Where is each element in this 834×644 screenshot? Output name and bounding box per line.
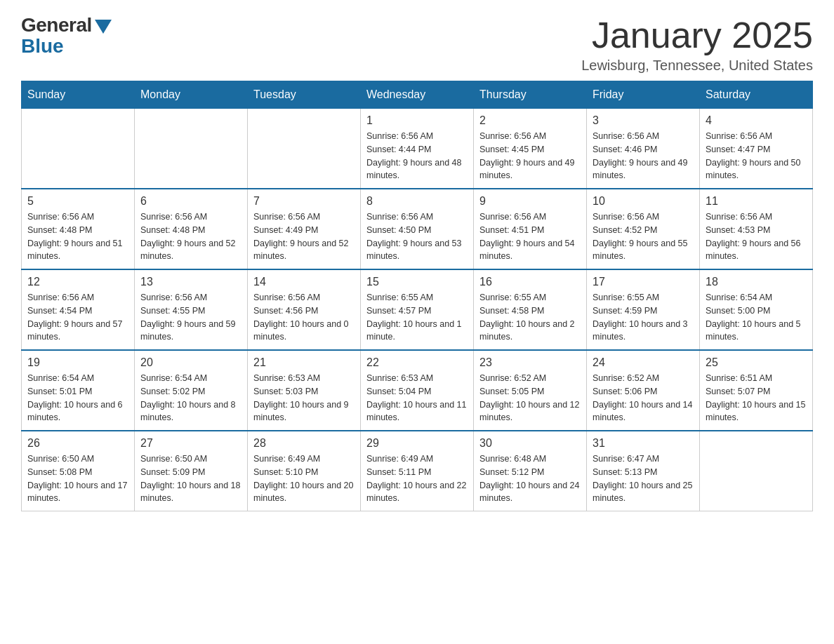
calendar-cell: 15Sunrise: 6:55 AMSunset: 4:57 PMDayligh… [361, 269, 474, 350]
day-info: Sunrise: 6:54 AMSunset: 5:01 PMDaylight:… [27, 372, 128, 424]
calendar-cell: 13Sunrise: 6:56 AMSunset: 4:55 PMDayligh… [135, 269, 248, 350]
day-info: Sunrise: 6:56 AMSunset: 4:53 PMDaylight:… [706, 210, 807, 263]
day-number: 15 [366, 276, 468, 288]
month-title: January 2025 [581, 14, 813, 56]
day-number: 11 [706, 195, 807, 208]
day-info: Sunrise: 6:56 AMSunset: 4:52 PMDaylight:… [593, 210, 694, 263]
calendar-cell: 25Sunrise: 6:51 AMSunset: 5:07 PMDayligh… [700, 350, 813, 431]
day-info: Sunrise: 6:56 AMSunset: 4:50 PMDaylight:… [366, 210, 468, 263]
day-number: 1 [366, 114, 468, 127]
day-number: 3 [593, 114, 694, 127]
day-info: Sunrise: 6:55 AMSunset: 4:58 PMDaylight:… [479, 291, 581, 344]
day-number: 20 [140, 356, 241, 369]
day-number: 12 [27, 276, 128, 288]
day-number: 22 [366, 356, 468, 369]
calendar-cell: 28Sunrise: 6:49 AMSunset: 5:10 PMDayligh… [248, 431, 361, 511]
day-info: Sunrise: 6:56 AMSunset: 4:45 PMDaylight:… [479, 130, 581, 182]
calendar-cell [248, 109, 361, 189]
day-info: Sunrise: 6:50 AMSunset: 5:08 PMDaylight:… [27, 452, 128, 505]
day-number: 28 [253, 437, 355, 450]
calendar-week-row: 5Sunrise: 6:56 AMSunset: 4:48 PMDaylight… [22, 189, 813, 269]
day-number: 29 [366, 437, 468, 450]
day-info: Sunrise: 6:56 AMSunset: 4:48 PMDaylight:… [140, 210, 241, 263]
header-sunday: Sunday [22, 81, 135, 109]
calendar-cell [22, 109, 135, 189]
day-info: Sunrise: 6:48 AMSunset: 5:12 PMDaylight:… [479, 452, 581, 505]
calendar-cell: 7Sunrise: 6:56 AMSunset: 4:49 PMDaylight… [248, 189, 361, 269]
calendar-cell: 21Sunrise: 6:53 AMSunset: 5:03 PMDayligh… [248, 350, 361, 431]
calendar-week-row: 12Sunrise: 6:56 AMSunset: 4:54 PMDayligh… [22, 269, 813, 350]
day-number: 2 [479, 114, 581, 127]
day-number: 24 [593, 356, 694, 369]
day-number: 4 [706, 114, 807, 127]
calendar-cell: 20Sunrise: 6:54 AMSunset: 5:02 PMDayligh… [135, 350, 248, 431]
calendar-cell: 23Sunrise: 6:52 AMSunset: 5:05 PMDayligh… [474, 350, 587, 431]
day-info: Sunrise: 6:53 AMSunset: 5:03 PMDaylight:… [253, 372, 355, 424]
day-number: 7 [253, 195, 355, 208]
day-number: 31 [593, 437, 694, 450]
calendar-cell: 11Sunrise: 6:56 AMSunset: 4:53 PMDayligh… [700, 189, 813, 269]
day-info: Sunrise: 6:56 AMSunset: 4:55 PMDaylight:… [140, 291, 241, 344]
day-info: Sunrise: 6:47 AMSunset: 5:13 PMDaylight:… [593, 452, 694, 505]
day-number: 8 [366, 195, 468, 208]
day-info: Sunrise: 6:50 AMSunset: 5:09 PMDaylight:… [140, 452, 241, 505]
calendar-cell: 3Sunrise: 6:56 AMSunset: 4:46 PMDaylight… [587, 109, 700, 189]
day-info: Sunrise: 6:52 AMSunset: 5:05 PMDaylight:… [479, 372, 581, 424]
day-number: 21 [253, 356, 355, 369]
header-tuesday: Tuesday [248, 81, 361, 109]
day-info: Sunrise: 6:56 AMSunset: 4:51 PMDaylight:… [479, 210, 581, 263]
calendar-cell [700, 431, 813, 511]
day-info: Sunrise: 6:49 AMSunset: 5:10 PMDaylight:… [253, 452, 355, 505]
day-info: Sunrise: 6:56 AMSunset: 4:47 PMDaylight:… [706, 130, 807, 182]
calendar-cell: 19Sunrise: 6:54 AMSunset: 5:01 PMDayligh… [22, 350, 135, 431]
day-number: 5 [27, 195, 128, 208]
day-info: Sunrise: 6:54 AMSunset: 5:00 PMDaylight:… [706, 291, 807, 344]
day-info: Sunrise: 6:56 AMSunset: 4:56 PMDaylight:… [253, 291, 355, 344]
calendar-cell: 6Sunrise: 6:56 AMSunset: 4:48 PMDaylight… [135, 189, 248, 269]
calendar-cell: 22Sunrise: 6:53 AMSunset: 5:04 PMDayligh… [361, 350, 474, 431]
calendar-cell: 2Sunrise: 6:56 AMSunset: 4:45 PMDaylight… [474, 109, 587, 189]
location-text: Lewisburg, Tennessee, United States [581, 58, 813, 74]
day-number: 9 [479, 195, 581, 208]
calendar-cell: 1Sunrise: 6:56 AMSunset: 4:44 PMDaylight… [361, 109, 474, 189]
day-info: Sunrise: 6:52 AMSunset: 5:06 PMDaylight:… [593, 372, 694, 424]
calendar-cell: 26Sunrise: 6:50 AMSunset: 5:08 PMDayligh… [22, 431, 135, 511]
day-number: 30 [479, 437, 581, 450]
calendar-cell: 30Sunrise: 6:48 AMSunset: 5:12 PMDayligh… [474, 431, 587, 511]
page-header: General Blue January 2025 Lewisburg, Ten… [21, 14, 813, 74]
calendar-cell: 29Sunrise: 6:49 AMSunset: 5:11 PMDayligh… [361, 431, 474, 511]
day-number: 23 [479, 356, 581, 369]
calendar-cell: 16Sunrise: 6:55 AMSunset: 4:58 PMDayligh… [474, 269, 587, 350]
calendar-cell: 8Sunrise: 6:56 AMSunset: 4:50 PMDaylight… [361, 189, 474, 269]
day-number: 13 [140, 276, 241, 288]
day-number: 27 [140, 437, 241, 450]
calendar-cell [135, 109, 248, 189]
header-friday: Friday [587, 81, 700, 109]
calendar-cell: 18Sunrise: 6:54 AMSunset: 5:00 PMDayligh… [700, 269, 813, 350]
logo-blue-text: Blue [21, 35, 64, 58]
day-info: Sunrise: 6:56 AMSunset: 4:48 PMDaylight:… [27, 210, 128, 263]
day-number: 14 [253, 276, 355, 288]
logo: General Blue [21, 14, 112, 58]
calendar-cell: 24Sunrise: 6:52 AMSunset: 5:06 PMDayligh… [587, 350, 700, 431]
calendar-cell: 17Sunrise: 6:55 AMSunset: 4:59 PMDayligh… [587, 269, 700, 350]
day-number: 19 [27, 356, 128, 369]
day-info: Sunrise: 6:56 AMSunset: 4:44 PMDaylight:… [366, 130, 468, 182]
header-thursday: Thursday [474, 81, 587, 109]
day-info: Sunrise: 6:56 AMSunset: 4:54 PMDaylight:… [27, 291, 128, 344]
calendar-header-row: SundayMondayTuesdayWednesdayThursdayFrid… [22, 81, 813, 109]
day-info: Sunrise: 6:54 AMSunset: 5:02 PMDaylight:… [140, 372, 241, 424]
day-info: Sunrise: 6:51 AMSunset: 5:07 PMDaylight:… [706, 372, 807, 424]
calendar-cell: 31Sunrise: 6:47 AMSunset: 5:13 PMDayligh… [587, 431, 700, 511]
calendar-cell: 4Sunrise: 6:56 AMSunset: 4:47 PMDaylight… [700, 109, 813, 189]
day-info: Sunrise: 6:53 AMSunset: 5:04 PMDaylight:… [366, 372, 468, 424]
day-info: Sunrise: 6:55 AMSunset: 4:57 PMDaylight:… [366, 291, 468, 344]
calendar-week-row: 1Sunrise: 6:56 AMSunset: 4:44 PMDaylight… [22, 109, 813, 189]
header-saturday: Saturday [700, 81, 813, 109]
calendar-cell: 12Sunrise: 6:56 AMSunset: 4:54 PMDayligh… [22, 269, 135, 350]
day-info: Sunrise: 6:49 AMSunset: 5:11 PMDaylight:… [366, 452, 468, 505]
day-number: 10 [593, 195, 694, 208]
logo-triangle-icon [95, 20, 112, 34]
calendar-cell: 14Sunrise: 6:56 AMSunset: 4:56 PMDayligh… [248, 269, 361, 350]
day-number: 25 [706, 356, 807, 369]
